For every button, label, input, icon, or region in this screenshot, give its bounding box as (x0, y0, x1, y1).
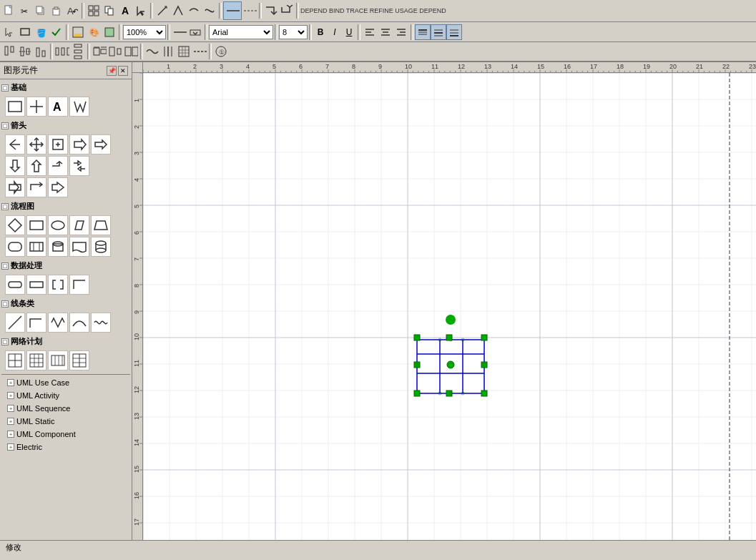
network-grid1[interactable] (5, 350, 25, 370)
network-grid4[interactable] (69, 350, 89, 370)
tb-text-btn[interactable]: A (117, 3, 133, 19)
arrow-style-2[interactable] (242, 3, 257, 19)
align-bottom-btn[interactable] (33, 44, 49, 59)
sidebar-item-electric[interactable]: + Electric (1, 441, 130, 453)
arrow-up-shape[interactable] (26, 156, 46, 176)
section-toggle-basic[interactable]: □ (1, 84, 9, 92)
new-btn[interactable] (1, 3, 17, 19)
align-center-btn[interactable] (378, 24, 393, 40)
arrow-bend-shape[interactable] (48, 156, 68, 176)
sidebar-item-uml-usecase[interactable]: + UML Use Case (1, 376, 130, 389)
flow-rect[interactable] (26, 215, 46, 235)
shape-rect[interactable] (5, 97, 25, 117)
justify-right-btn[interactable] (446, 24, 462, 40)
arrow-move-shape[interactable] (26, 134, 46, 154)
wave-line-btn[interactable] (144, 44, 160, 59)
data-angle[interactable] (69, 275, 89, 295)
section-toggle-arrow[interactable]: □ (1, 122, 9, 129)
line-tool-1[interactable] (154, 3, 170, 19)
arrow-s2[interactable] (26, 177, 46, 197)
zoom-select[interactable]: 100% (123, 25, 166, 39)
line-wave[interactable] (48, 313, 68, 333)
sidebar-item-uml-activity[interactable]: + UML Activity (1, 389, 130, 402)
section-network[interactable]: □ 网络计划 (1, 335, 130, 348)
canvas-scroll[interactable] (143, 73, 756, 540)
cut-btn[interactable]: ✂ (17, 3, 33, 19)
corner-arrow[interactable] (263, 3, 279, 19)
line-color-btn[interactable] (70, 24, 86, 40)
line-style-btn[interactable] (172, 24, 187, 40)
paste-btn[interactable] (49, 3, 64, 19)
section-toggle-lines[interactable]: □ (1, 300, 9, 308)
same-size-btn[interactable] (123, 44, 139, 59)
section-lines[interactable]: □ 线条类 (1, 297, 130, 310)
fill-color2-btn[interactable]: 🎨 (86, 24, 102, 40)
arrow-box-shape[interactable] (69, 156, 89, 176)
same-width-btn[interactable] (92, 44, 107, 59)
fill-color-btn[interactable]: 🪣 (33, 24, 49, 40)
tb-select-btn[interactable] (133, 3, 149, 19)
flow-oval[interactable] (48, 215, 68, 235)
sidebar-item-uml-component[interactable]: + UML Component (1, 428, 130, 441)
spacing-v-btn[interactable] (70, 44, 86, 59)
flow-trapezoid[interactable] (91, 215, 111, 235)
arrow-down-shape[interactable] (5, 156, 25, 176)
flow-cylinder[interactable] (48, 237, 68, 257)
section-arrow[interactable]: □ 箭头 (1, 119, 130, 132)
tb-copy2-btn[interactable] (102, 3, 117, 19)
justify-center-btn[interactable] (431, 24, 446, 40)
flow-diamond[interactable] (5, 215, 25, 235)
font-size-select[interactable]: 8 (279, 25, 308, 39)
data-rect2[interactable] (26, 275, 46, 295)
flow-parallelogram[interactable] (69, 215, 89, 235)
shade-btn[interactable] (102, 24, 117, 40)
flow-document[interactable] (69, 237, 89, 257)
arrow-s1[interactable] (5, 177, 25, 197)
data-rounded[interactable] (5, 275, 25, 295)
align-top-btn[interactable] (1, 44, 17, 59)
spacing-h-btn[interactable] (54, 44, 70, 59)
section-toggle-network[interactable]: □ (1, 338, 9, 345)
align-vmid-btn[interactable] (17, 44, 33, 59)
section-toggle-flowchart[interactable]: □ (1, 203, 9, 210)
same-height-btn[interactable] (107, 44, 123, 59)
sidebar-item-uml-static[interactable]: + UML Static (1, 415, 130, 428)
rect-draw-btn[interactable] (17, 24, 33, 40)
bold-btn[interactable]: B (313, 25, 328, 39)
section-basic[interactable]: □ 基础 (1, 81, 130, 94)
font-family-select[interactable]: Arial (209, 25, 273, 39)
line-tool-4[interactable] (202, 3, 217, 19)
underline-btn[interactable]: U (342, 25, 356, 39)
number-btn[interactable]: ① (213, 44, 229, 59)
panel-close-btn[interactable]: ✕ (118, 66, 128, 76)
line-squiggle[interactable] (91, 313, 111, 333)
line-straight[interactable] (5, 313, 25, 333)
arrow-expand-shape[interactable] (48, 134, 68, 154)
sidebar-item-uml-sequence[interactable]: + UML Sequence (1, 402, 130, 415)
shape-cross[interactable] (26, 97, 46, 117)
arrow-style-1[interactable] (225, 3, 240, 19)
italic-btn[interactable]: I (328, 25, 342, 39)
shape-text[interactable]: A (48, 97, 68, 117)
section-flowchart[interactable]: □ 流程图 (1, 200, 130, 213)
flow-drum[interactable] (91, 237, 111, 257)
line-tool-3[interactable] (186, 3, 202, 19)
network-grid3[interactable] (48, 350, 68, 370)
checkmark-btn[interactable] (49, 24, 64, 40)
section-toggle-dataprocess[interactable]: □ (1, 262, 9, 270)
shape-freeform[interactable] (69, 97, 89, 117)
align-right-btn[interactable] (393, 24, 409, 40)
line-arc[interactable] (69, 313, 89, 333)
flow-rect3[interactable] (26, 237, 46, 257)
tb-grp-btn[interactable] (86, 3, 102, 19)
arrow-right-shape[interactable] (69, 134, 89, 154)
double-corner-arrow[interactable] (279, 3, 295, 19)
align-left-btn[interactable] (362, 24, 378, 40)
grid-btn[interactable] (176, 44, 192, 59)
section-dataprocess[interactable]: □ 数据处理 (1, 259, 130, 272)
flow-rect2[interactable] (5, 237, 25, 257)
line-tool-2[interactable] (170, 3, 186, 19)
network-grid2[interactable] (26, 350, 46, 370)
pointer-btn[interactable] (1, 24, 17, 40)
line-corner[interactable] (26, 313, 46, 333)
